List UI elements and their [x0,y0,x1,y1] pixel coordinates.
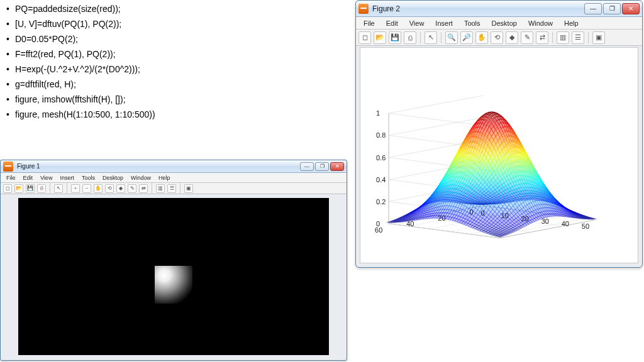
menu-tools[interactable]: Tools [459,18,486,28]
menu-help[interactable]: Help [559,18,584,28]
maximize-button[interactable]: ❐ [315,162,329,171]
menu-window[interactable]: Window [523,18,558,28]
pointer-icon[interactable]: ↖ [425,31,437,44]
colorbar-icon[interactable]: ▥ [557,31,569,44]
svg-text:10: 10 [501,212,509,219]
close-button[interactable]: ✕ [330,162,344,171]
svg-text:60: 60 [375,226,382,234]
menu-view[interactable]: View [37,174,55,182]
mesh-plot: 00.20.40.60.81020406001020304050 [360,48,638,263]
zoom-in-icon[interactable]: 🔍 [445,31,458,44]
menu-help[interactable]: Help [155,174,174,182]
code-line: [U, V]=dftuv(PQ(1), PQ(2)); [15,19,121,29]
svg-text:30: 30 [541,217,549,225]
dock-icon[interactable]: ▣ [592,31,605,44]
svg-line-12 [389,96,483,114]
pan-icon[interactable]: ✋ [94,184,103,193]
open-icon[interactable]: 📂 [14,184,23,193]
svg-text:0.2: 0.2 [376,198,386,206]
figure-1-menubar: File Edit View Insert Tools Desktop Wind… [1,173,347,183]
svg-text:20: 20 [521,215,529,222]
svg-text:40: 40 [562,220,569,228]
figure-1-toolbar: ◻ 📂 💾 ⎙ ↖ + − ✋ ⟲ ◆ ✎ ⇄ ▥ ☰ ▣ [1,183,347,194]
svg-text:0: 0 [469,208,473,216]
svg-text:0.8: 0.8 [376,131,386,139]
brush-icon[interactable]: ✎ [521,31,533,44]
zoom-out-icon[interactable]: 🔎 [460,31,473,44]
figure-2-title: Figure 2 [372,4,584,13]
menu-edit[interactable]: Edit [20,174,36,182]
legend-icon[interactable]: ☰ [167,184,176,193]
figure-1-axes[interactable] [18,198,329,355]
figure-2-toolbar: ◻ 📂 💾 ⎙ ↖ 🔍 🔎 ✋ ⟲ ◆ ✎ ⇄ ▥ ☰ ▣ [356,30,642,46]
figure-2-menubar: File Edit View Insert Tools Desktop Wind… [356,17,642,30]
figure-1-title: Figure 1 [17,163,300,170]
rotate-icon[interactable]: ⟲ [491,31,503,44]
zoom-in-icon[interactable]: + [71,184,80,193]
code-line: figure, mesh(H(1:10:500, 1:10:500)) [15,109,155,119]
minimize-button[interactable]: — [584,3,602,14]
link-icon[interactable]: ⇄ [536,31,548,44]
menu-insert[interactable]: Insert [57,174,77,182]
pan-icon[interactable]: ✋ [475,31,488,44]
svg-text:0.4: 0.4 [376,176,386,184]
datacursor-icon[interactable]: ◆ [116,184,125,193]
menu-view[interactable]: View [404,18,430,28]
menu-insert[interactable]: Insert [430,18,458,28]
minimize-button[interactable]: — [300,162,314,171]
svg-text:50: 50 [582,222,589,230]
legend-icon[interactable]: ☰ [572,31,584,44]
new-icon[interactable]: ◻ [358,31,371,44]
new-icon[interactable]: ◻ [3,184,12,193]
code-line: figure, imshow(fftshift(H), []); [15,94,126,104]
code-line: F=fft2(red, PQ(1), PQ(2)); [15,49,116,59]
menu-edit[interactable]: Edit [381,18,403,28]
menu-file[interactable]: File [358,18,380,28]
figure-1-titlebar[interactable]: Figure 1 — ❐ ✕ [1,160,347,173]
matlab-icon [3,162,13,172]
svg-text:20: 20 [438,214,445,222]
code-list: •PQ=paddedsize(size(red)); •[U, V]=dftuv… [6,4,155,124]
figure-2-window: Figure 2 — ❐ ✕ File Edit View Insert Too… [355,0,643,268]
code-line: g=dftfilt(red, H); [15,79,76,89]
maximize-button[interactable]: ❐ [603,3,621,14]
menu-file[interactable]: File [3,174,19,182]
open-icon[interactable]: 📂 [374,31,386,44]
link-icon[interactable]: ⇄ [139,184,148,193]
figure-2-titlebar[interactable]: Figure 2 — ❐ ✕ [356,1,642,17]
menu-desktop[interactable]: Desktop [99,174,126,182]
figure-2-axes[interactable]: 00.20.40.60.81020406001020304050 [360,47,638,263]
menu-window[interactable]: Window [128,174,154,182]
menu-desktop[interactable]: Desktop [487,18,522,28]
svg-text:0: 0 [480,209,484,217]
figure-1-window: Figure 1 — ❐ ✕ File Edit View Insert Too… [0,160,347,361]
save-icon[interactable]: 💾 [26,184,35,193]
code-line: D0=0.05*PQ(2); [15,34,78,44]
menu-tools[interactable]: Tools [79,174,98,182]
datacursor-icon[interactable]: ◆ [506,31,518,44]
code-line: PQ=paddedsize(size(red)); [15,4,121,14]
pointer-icon[interactable]: ↖ [54,184,63,193]
save-icon[interactable]: 💾 [389,31,401,44]
print-icon[interactable]: ⎙ [37,184,46,193]
colorbar-icon[interactable]: ▥ [156,184,165,193]
matlab-icon [358,4,369,14]
zoom-out-icon[interactable]: − [82,184,91,193]
gaussian-image [155,266,192,304]
svg-text:0.6: 0.6 [376,154,386,162]
close-button[interactable]: ✕ [622,3,640,14]
svg-text:1: 1 [376,109,380,117]
rotate-icon[interactable]: ⟲ [105,184,114,193]
code-line: H=exp(-(U.^2+V.^2)/(2*(D0^2))); [15,64,140,74]
brush-icon[interactable]: ✎ [128,184,136,193]
svg-text:40: 40 [406,220,414,228]
dock-icon[interactable]: ▣ [184,184,193,193]
print-icon[interactable]: ⎙ [404,31,416,44]
